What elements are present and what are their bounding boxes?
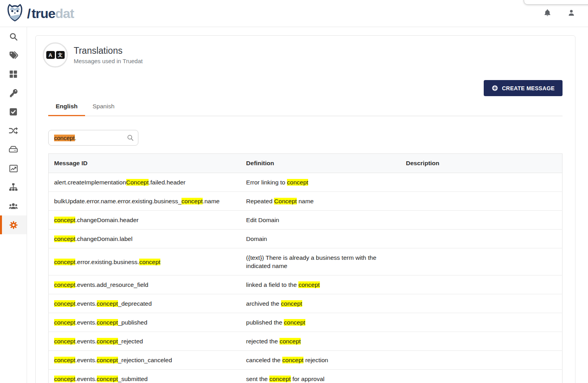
message-id-cell: concept.changeDomain.label bbox=[49, 230, 241, 248]
definition-cell: Error linking to concept bbox=[241, 173, 401, 192]
message-id-cell: concept.events.add_resource_field bbox=[49, 275, 241, 294]
definition-cell: canceled the concept rejection bbox=[241, 351, 401, 370]
table-row[interactable]: alert.createImplementationConcept.failed… bbox=[49, 173, 563, 192]
definition-cell: ({text}) There is already a business ter… bbox=[241, 248, 401, 275]
tags-icon bbox=[9, 51, 18, 60]
message-id-cell: concept.events.concept_rejected bbox=[49, 332, 241, 351]
message-id-cell: concept.changeDomain.header bbox=[49, 211, 241, 230]
messages-table: Message ID Definition Description alert.… bbox=[48, 153, 563, 383]
description-cell bbox=[401, 370, 563, 383]
description-cell bbox=[401, 230, 563, 248]
definition-cell: rejected the concept bbox=[241, 332, 401, 351]
page-header: A 文 Translations Messages used in Trueda… bbox=[36, 36, 575, 70]
description-cell bbox=[401, 211, 563, 230]
column-header-message-id: Message ID bbox=[49, 154, 241, 173]
users-icon bbox=[8, 201, 18, 211]
shuffle-icon bbox=[9, 126, 18, 135]
message-id-cell: concept.events.concept_deprecated bbox=[49, 294, 241, 313]
definition-cell: Domain bbox=[241, 230, 401, 248]
description-cell bbox=[401, 173, 563, 192]
key-icon bbox=[9, 89, 18, 98]
tab-spanish[interactable]: Spanish bbox=[85, 98, 122, 116]
language-tabs: English Spanish bbox=[48, 98, 563, 116]
logo-slash: / bbox=[27, 6, 30, 21]
table-row[interactable]: concept.events.concept_deprecatedarchive… bbox=[49, 294, 563, 313]
notifications-button[interactable] bbox=[543, 8, 552, 18]
sidebar-item-grid[interactable] bbox=[0, 65, 27, 84]
create-message-label: CREATE MESSAGE bbox=[502, 85, 555, 91]
message-id-cell: bulkUpdate.error.name.error.existing.bus… bbox=[49, 192, 241, 211]
table-row[interactable]: concept.events.concept_submittedsent the… bbox=[49, 370, 563, 383]
table-row[interactable]: concept.error.existing.business.concept(… bbox=[49, 248, 563, 275]
message-id-cell: concept.events.concept_published bbox=[49, 313, 241, 332]
sidebar-item-shuffle[interactable] bbox=[0, 121, 27, 140]
create-message-button[interactable]: CREATE MESSAGE bbox=[484, 80, 563, 96]
table-row[interactable]: bulkUpdate.error.name.error.existing.bus… bbox=[49, 192, 563, 211]
definition-cell: archived the concept bbox=[241, 294, 401, 313]
search-selected-text: concept bbox=[54, 135, 75, 141]
truedat-logo[interactable]: /truedat bbox=[6, 3, 74, 24]
logo-brand-primary: true bbox=[31, 6, 55, 21]
sidebar bbox=[0, 27, 27, 383]
sidebar-item-chart[interactable] bbox=[0, 159, 27, 178]
search-input[interactable]: concept. bbox=[48, 130, 138, 146]
message-id-cell: concept.events.concept_rejection_cancele… bbox=[49, 351, 241, 370]
search-rest-text: . bbox=[75, 135, 76, 141]
table-row[interactable]: concept.events.concept_rejection_cancele… bbox=[49, 351, 563, 370]
description-cell bbox=[401, 351, 563, 370]
sidebar-item-check-square[interactable] bbox=[0, 102, 27, 121]
user-menu-button[interactable] bbox=[567, 8, 575, 18]
bell-icon bbox=[543, 8, 552, 18]
sidebar-item-drive[interactable] bbox=[0, 140, 27, 159]
owl-icon bbox=[6, 3, 24, 24]
description-cell bbox=[401, 294, 563, 313]
grid-icon bbox=[9, 70, 18, 78]
description-cell bbox=[401, 313, 563, 332]
table-row[interactable]: concept.events.concept_rejectedrejected … bbox=[49, 332, 563, 351]
message-id-cell: alert.createImplementationConcept.failed… bbox=[49, 173, 241, 192]
hierarchy-icon bbox=[9, 182, 18, 192]
popup-fragment bbox=[524, 0, 588, 5]
description-cell bbox=[401, 332, 563, 351]
definition-cell: Edit Domain bbox=[241, 211, 401, 230]
table-row[interactable]: concept.events.concept_publishedpublishe… bbox=[49, 313, 563, 332]
translate-glyph-b: 文 bbox=[56, 51, 65, 59]
description-cell bbox=[401, 192, 563, 211]
definition-cell: published the concept bbox=[241, 313, 401, 332]
column-header-definition: Definition bbox=[241, 154, 401, 173]
gear-icon bbox=[9, 221, 18, 230]
sidebar-item-hierarchy[interactable] bbox=[0, 178, 27, 197]
search-icon bbox=[127, 134, 134, 142]
translations-card: A 文 Translations Messages used in Trueda… bbox=[35, 35, 575, 383]
message-id-cell: concept.events.concept_submitted bbox=[49, 370, 241, 383]
definition-cell: sent the concept for approval bbox=[241, 370, 401, 383]
description-cell bbox=[401, 248, 563, 275]
table-row[interactable]: concept.changeDomain.headerEdit Domain bbox=[49, 211, 563, 230]
definition-cell: linked a field to the concept bbox=[241, 275, 401, 294]
page-title: Translations bbox=[74, 46, 143, 56]
page-subtitle: Messages used in Truedat bbox=[74, 58, 143, 64]
main-content: A 文 Translations Messages used in Trueda… bbox=[27, 27, 588, 383]
chart-icon bbox=[9, 164, 18, 173]
column-header-description: Description bbox=[401, 154, 563, 173]
sidebar-item-users[interactable] bbox=[0, 197, 27, 215]
sidebar-item-search[interactable] bbox=[0, 27, 27, 46]
drive-icon bbox=[9, 145, 18, 154]
table-row[interactable]: concept.changeDomain.labelDomain bbox=[49, 230, 563, 248]
message-id-cell: concept.error.existing.business.concept bbox=[49, 248, 241, 275]
search-icon bbox=[9, 32, 18, 41]
plus-circle-icon bbox=[492, 85, 498, 91]
user-icon bbox=[567, 8, 575, 18]
definition-cell: Repeated Concept name bbox=[241, 192, 401, 211]
logo-brand-secondary: dat bbox=[55, 6, 74, 21]
sidebar-item-gear[interactable] bbox=[0, 215, 27, 234]
table-row[interactable]: concept.events.add_resource_fieldlinked … bbox=[49, 275, 563, 294]
description-cell bbox=[401, 275, 563, 294]
topbar: /truedat bbox=[0, 0, 588, 27]
translate-icon: A 文 bbox=[43, 42, 68, 67]
tab-english[interactable]: English bbox=[48, 98, 85, 116]
check-square-icon bbox=[9, 108, 18, 116]
sidebar-item-key[interactable] bbox=[0, 84, 27, 102]
translate-glyph-a: A bbox=[46, 51, 55, 59]
sidebar-item-tags[interactable] bbox=[0, 46, 27, 65]
